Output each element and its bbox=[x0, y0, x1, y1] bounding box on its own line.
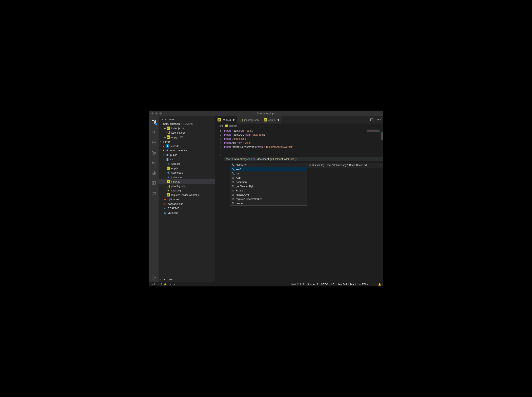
outline-header[interactable]: ▸ OUTLINE bbox=[158, 277, 215, 282]
js-icon: JS bbox=[167, 180, 170, 183]
code-content[interactable]: import React from 'react'; import ReactD… bbox=[224, 128, 383, 282]
open-editors-header[interactable]: ▾ OPEN EDITORS 2 UNSAVED bbox=[158, 122, 215, 126]
suggest-item[interactable]: 🔧children? bbox=[230, 163, 307, 167]
status-position[interactable]: Ln 8, Col 22 bbox=[291, 283, 304, 286]
file-icon: 🗎 bbox=[231, 198, 235, 200]
js-icon: JS bbox=[218, 118, 221, 122]
more-icon[interactable]: ••• bbox=[376, 118, 381, 122]
status-bell[interactable]: 🔔 bbox=[378, 283, 381, 286]
tree-file[interactable]: ◆.gitignore bbox=[158, 197, 215, 202]
wrench-icon: 🔧 bbox=[231, 168, 235, 171]
sidebar-title: EXPLORER bbox=[158, 116, 215, 122]
tree-file[interactable]: npmpackage.json bbox=[158, 202, 215, 206]
suggest-item[interactable]: 🗎App bbox=[230, 176, 307, 180]
dirty-dot-icon: ● bbox=[163, 136, 167, 139]
editor-item[interactable]: ● JS App.js src bbox=[158, 135, 215, 139]
open-editors-label: OPEN EDITORS bbox=[163, 123, 180, 125]
tree-file[interactable]: JSregisterServiceWorker.js bbox=[158, 193, 215, 197]
suggest-item[interactable]: 🗎render bbox=[230, 201, 307, 205]
output-icon[interactable] bbox=[149, 179, 158, 187]
file-icon: 🗎 bbox=[231, 176, 235, 179]
scrollbar-vertical[interactable] bbox=[380, 128, 383, 282]
scrollbar-thumb[interactable] bbox=[381, 132, 383, 140]
svg-rect-9 bbox=[152, 171, 155, 174]
zap-icon: ⚡ bbox=[164, 283, 167, 286]
suggest-item[interactable]: 🗎registerServiceWorker bbox=[230, 197, 307, 201]
status-errors[interactable]: ⓧ0 bbox=[151, 283, 156, 286]
smiley-icon: ☺ bbox=[372, 283, 375, 286]
tab-actions: ••• bbox=[368, 116, 383, 124]
svg-point-2 bbox=[152, 143, 153, 144]
tab-app[interactable]: JS App.js bbox=[261, 116, 282, 124]
tab-index[interactable]: JS index.js bbox=[215, 116, 237, 124]
js-icon: JS bbox=[225, 124, 228, 127]
code-area[interactable]: 12345678910 import React from 'react'; i… bbox=[215, 128, 383, 282]
file-icon: 🗎 bbox=[231, 193, 235, 196]
editor-item[interactable]: {..} jsconfig.json src bbox=[158, 130, 215, 135]
suggest-item[interactable]: 🗎document bbox=[230, 180, 307, 184]
folders-icon[interactable] bbox=[149, 189, 158, 198]
vscode-folder-icon: ⧉ bbox=[166, 144, 169, 148]
tree-folder[interactable]: ▸⬢node_modules bbox=[158, 148, 215, 153]
suggest-item[interactable]: 🗎ReactDOM bbox=[230, 193, 307, 197]
statusbar: ⓧ0 ⚠0 ⚡ ⟳ ◷ Ln 8, Col 22 Spaces: 2 UTF-8… bbox=[149, 282, 383, 286]
editor-item[interactable]: ● JS index.js src bbox=[158, 126, 215, 130]
js-icon: JS bbox=[167, 167, 170, 170]
search-icon[interactable] bbox=[149, 128, 158, 137]
breadcrumbs[interactable]: › src › JS index.js bbox=[215, 124, 383, 128]
suggest-widget[interactable]: 🔧children? 🔧key? 🔧ref? 🗎App 🗎document 🗎g… bbox=[230, 163, 307, 205]
suggest-item[interactable]: 🗎getElementById bbox=[230, 184, 307, 188]
status-prettier[interactable]: ⚡ bbox=[164, 283, 167, 286]
app-window: index.js — pippo 2 EXPLORER ▾ OPEN EDITO… bbox=[149, 111, 383, 286]
scm-icon[interactable] bbox=[149, 138, 158, 147]
tree-file[interactable]: ✑logo.svg bbox=[158, 188, 215, 193]
tree-file[interactable]: ⚙yarn.lock bbox=[158, 211, 215, 215]
project-header[interactable]: ▾ PIPPO bbox=[158, 140, 215, 144]
file-tree: ▸⧉.vscode ▸⬢node_modules ▸▇public ▾▇src … bbox=[158, 144, 215, 216]
file-icon: 🗎 bbox=[231, 202, 235, 205]
status-eol[interactable]: LF bbox=[332, 283, 334, 286]
suggest-item-selected[interactable]: 🔧key? bbox=[230, 167, 307, 171]
editor-area: JS index.js {..} jsconfig.json JS App.js… bbox=[215, 116, 383, 282]
close-icon[interactable]: × bbox=[380, 164, 382, 167]
tree-file[interactable]: ⚗App.test.js bbox=[158, 170, 215, 175]
references-icon[interactable] bbox=[149, 168, 158, 177]
zoom-dot[interactable] bbox=[159, 112, 162, 115]
status-encoding[interactable]: UTF-8 bbox=[321, 283, 328, 286]
tree-file[interactable]: {..}jsconfig.json bbox=[158, 184, 215, 188]
json-icon: {..} bbox=[240, 118, 243, 122]
status-clock[interactable]: ◷ bbox=[173, 283, 175, 286]
node-folder-icon: ⬢ bbox=[166, 149, 169, 152]
js-icon: JS bbox=[167, 127, 170, 130]
tree-folder[interactable]: ▸▇public bbox=[158, 153, 215, 157]
docker-icon[interactable] bbox=[149, 158, 158, 167]
status-spaces[interactable]: Spaces: 2 bbox=[307, 283, 318, 286]
close-dot[interactable] bbox=[151, 112, 154, 115]
tree-file[interactable]: #App.css bbox=[158, 161, 215, 166]
explorer-icon[interactable]: 2 bbox=[149, 118, 158, 127]
json-icon: {..} bbox=[167, 131, 170, 134]
status-language[interactable]: JavaScript React bbox=[338, 283, 356, 286]
tree-file[interactable]: JSApp.js bbox=[158, 166, 215, 170]
dirty-dot-icon bbox=[278, 119, 279, 121]
split-editor-icon[interactable] bbox=[370, 118, 374, 122]
tab-jsconfig[interactable]: {..} jsconfig.json bbox=[237, 116, 261, 124]
tree-file[interactable]: M↓README.md bbox=[158, 206, 215, 211]
tree-file-selected[interactable]: JSindex.js bbox=[158, 179, 215, 184]
tree-file[interactable]: #index.css bbox=[158, 175, 215, 179]
npm-icon: npm bbox=[163, 202, 167, 205]
tree-folder[interactable]: ▸⧉.vscode bbox=[158, 144, 215, 148]
status-feedback[interactable]: ☺ bbox=[372, 283, 375, 286]
suggest-item[interactable]: 🗎React bbox=[230, 188, 307, 193]
minimize-dot[interactable] bbox=[155, 112, 158, 115]
minimap[interactable] bbox=[366, 128, 380, 282]
suggest-item[interactable]: 🔧ref? bbox=[230, 171, 307, 176]
gear-icon[interactable] bbox=[149, 273, 158, 282]
tree-folder-open[interactable]: ▾▇src bbox=[158, 157, 215, 161]
status-live[interactable]: ⟳ bbox=[169, 283, 171, 286]
outline-label: OUTLINE bbox=[163, 278, 173, 281]
debug-icon[interactable] bbox=[149, 148, 158, 157]
status-warnings[interactable]: ⚠0 bbox=[157, 283, 162, 286]
status-eslint[interactable]: ⚠ESLint bbox=[359, 283, 369, 286]
sync-icon: ⟳ bbox=[169, 283, 171, 286]
